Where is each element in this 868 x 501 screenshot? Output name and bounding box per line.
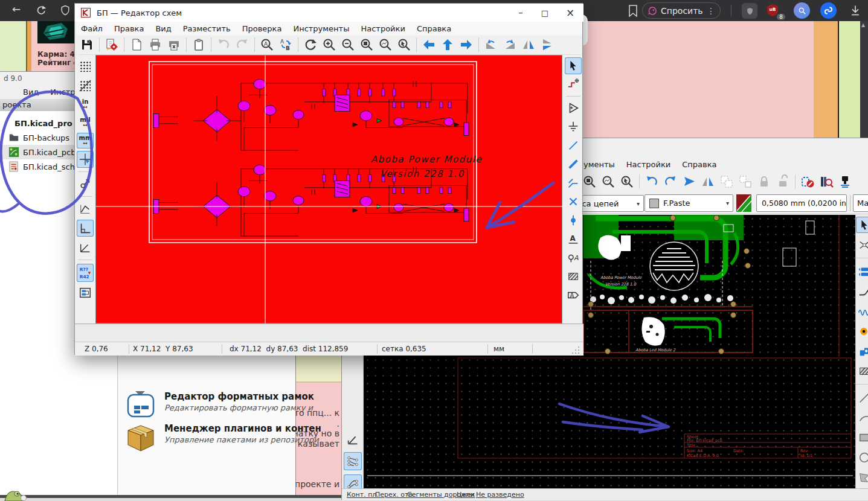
redo-button[interactable] (662, 173, 679, 190)
route-tracks-tool[interactable] (856, 283, 868, 299)
menu-help[interactable]: Справка (412, 22, 456, 35)
find-replace-button[interactable]: AB (277, 36, 294, 53)
ratsnest-lines-button[interactable] (344, 452, 362, 470)
shazam-extension-icon[interactable] (820, 2, 837, 19)
zoom-selection-button[interactable] (396, 36, 413, 53)
pcb-local-ratsnest-tool[interactable] (856, 237, 868, 253)
find-button[interactable]: A (259, 36, 275, 53)
hierarchical-label-tool[interactable]: A (565, 287, 582, 304)
browser-reload-icon[interactable] (35, 4, 47, 16)
launcher-item-pagelayout[interactable]: Редактор форматных рамок Редактировать ф… (127, 391, 294, 420)
schematic-setup-button[interactable] (103, 36, 120, 53)
mirror-h-button[interactable] (520, 36, 537, 53)
menu-view[interactable]: Вид (18, 86, 43, 98)
minimize-button[interactable]: – (509, 4, 533, 21)
redo-button[interactable] (234, 36, 251, 53)
close-button[interactable]: × (557, 4, 583, 21)
search-extension-icon[interactable] (794, 2, 810, 19)
menu-place[interactable]: Разместить (178, 22, 236, 35)
add-wire-tool[interactable] (565, 137, 582, 154)
refresh-button[interactable] (302, 36, 319, 53)
ungroup-button[interactable] (737, 173, 754, 190)
rotate-ccw-button[interactable] (483, 36, 500, 53)
draw-rect-tool[interactable] (856, 429, 868, 445)
tune-length-tool[interactable] (856, 303, 868, 319)
nav-up-button[interactable] (439, 36, 456, 53)
select-tool[interactable] (565, 57, 582, 74)
zoom-page-button[interactable] (600, 173, 617, 190)
footprint-editor-button[interactable] (799, 173, 816, 190)
mirror-v-button[interactable] (539, 36, 556, 53)
pcb-menu-tools[interactable]: ументы (579, 158, 620, 171)
footprint-browser-button[interactable] (818, 173, 835, 190)
draw-arc-tool[interactable] (856, 409, 868, 426)
plot-button[interactable] (166, 36, 182, 53)
global-label-tool[interactable]: A (565, 249, 582, 266)
nav-forward-button[interactable] (458, 36, 475, 53)
scroll-up-icon[interactable]: ▲ (861, 22, 865, 28)
resize-grip-icon[interactable] (571, 346, 580, 354)
cursor-shape-button[interactable] (77, 151, 94, 168)
grid-hide-button[interactable] (77, 77, 94, 94)
group-button[interactable] (718, 173, 735, 190)
hidden-pins-button[interactable] (77, 176, 94, 193)
grid-show-button[interactable] (77, 58, 94, 75)
extension-shield-icon[interactable] (742, 3, 757, 19)
save-button[interactable] (79, 36, 95, 53)
nav-back-button[interactable] (420, 36, 437, 53)
bus-entry-tool[interactable] (565, 174, 582, 191)
add-via-tool[interactable] (856, 323, 868, 339)
menu-preferences[interactable]: Настройки (356, 22, 410, 35)
hierarchy-navigator-button[interactable] (77, 284, 94, 301)
undo-button[interactable] (215, 36, 232, 53)
units-mils-button[interactable]: mil↔ (77, 115, 94, 130)
post-thumbnail-image[interactable] (37, 21, 76, 43)
schematic-canvas[interactable]: Aboba Power Module Version 228 1.0 (95, 55, 562, 324)
no-connect-tool[interactable] (565, 193, 582, 210)
pcb-menu-help[interactable]: Справка (677, 158, 721, 171)
zoom-fit-button[interactable] (358, 36, 375, 53)
print-button[interactable] (147, 36, 164, 53)
rule-area-tool[interactable] (856, 363, 868, 379)
highlight-net-tool[interactable] (565, 76, 582, 93)
draw-circle-tool[interactable] (856, 449, 868, 465)
free-angle-button[interactable] (77, 200, 94, 217)
drill-origin-button[interactable] (837, 173, 854, 190)
add-footprint-tool[interactable] (856, 263, 868, 279)
mirror-button[interactable] (699, 173, 716, 190)
menu-file[interactable]: Файл (76, 22, 108, 35)
zoom-out-button[interactable] (339, 36, 356, 53)
layer-combo[interactable]: F.Paste ▾ (645, 194, 733, 212)
page-scrollbar[interactable]: ▲ (860, 21, 868, 139)
maximize-button[interactable]: □ (533, 4, 557, 21)
browser-shield-icon[interactable] (59, 4, 71, 16)
rotate-cw-button[interactable] (501, 36, 518, 53)
pcb-select-tool[interactable] (856, 217, 868, 233)
menu-edit[interactable]: Правка (109, 22, 149, 35)
add-pad-tool[interactable] (856, 343, 868, 359)
page-settings-button[interactable] (128, 36, 145, 53)
pcb-menu-settings[interactable]: Настройки (622, 158, 675, 171)
add-power-tool[interactable] (565, 118, 582, 135)
menu-tools[interactable]: Инструменты (288, 22, 354, 35)
zoom-cursor-button[interactable] (619, 173, 635, 190)
undo-button[interactable] (643, 173, 660, 190)
track-width-combo[interactable]: 0,5080 mm (0,0200 in) ▾ (756, 194, 847, 212)
add-bus-tool[interactable] (565, 156, 582, 173)
bookmark-icon[interactable] (628, 5, 638, 17)
lock-button[interactable] (756, 173, 773, 190)
menu-view[interactable]: Вид (150, 22, 176, 35)
ublock-extension-icon[interactable]: uB 8 (766, 3, 783, 19)
menu-inspect[interactable]: Проверка (237, 22, 287, 35)
angle-mode-button[interactable] (344, 431, 361, 448)
schematic-titlebar[interactable]: БП — Редактор схем – □ × (75, 4, 583, 22)
label-tool[interactable]: A (565, 231, 582, 247)
download-icon[interactable] (849, 4, 861, 16)
zoom-selection-button[interactable] (581, 173, 598, 190)
ninety-degree-button[interactable] (77, 220, 94, 237)
add-symbol-tool[interactable] (565, 100, 582, 116)
annotation-visibility-button[interactable]: R??R42 (77, 264, 94, 282)
draw-line-tool[interactable] (856, 389, 868, 406)
rule-area-tool[interactable] (565, 268, 582, 285)
ask-kebab-icon[interactable]: ⋮ (707, 6, 715, 16)
